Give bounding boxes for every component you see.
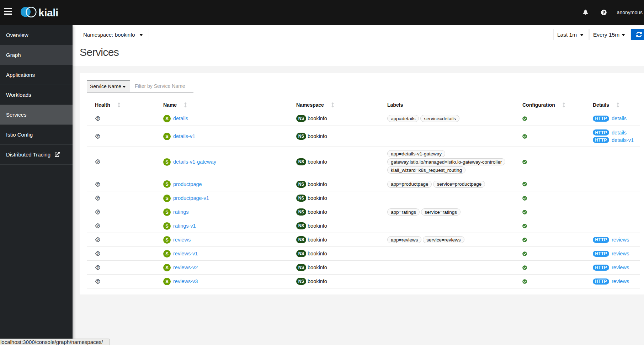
svg-text:?: ? — [97, 279, 99, 283]
svg-text:?: ? — [97, 265, 99, 269]
svg-text:?: ? — [97, 210, 99, 214]
svg-text:?: ? — [97, 116, 99, 120]
svg-text:?: ? — [97, 160, 99, 164]
svg-text:?: ? — [97, 238, 99, 242]
svg-text:?: ? — [97, 251, 99, 255]
svg-text:?: ? — [97, 134, 99, 138]
svg-text:?: ? — [97, 196, 99, 200]
svg-text:?: ? — [97, 224, 99, 228]
svg-text:?: ? — [97, 182, 99, 186]
